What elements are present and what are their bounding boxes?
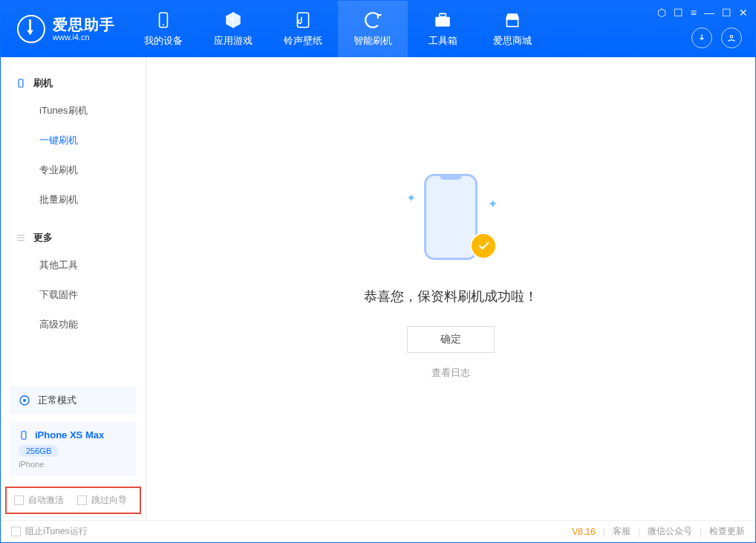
nav-label: 工具箱 xyxy=(428,34,457,48)
refresh-icon xyxy=(363,10,382,30)
sidebar-group-flash: 刷机 xyxy=(1,71,146,96)
checkbox-auto-activate[interactable]: 自动激活 xyxy=(14,494,64,507)
group-title: 刷机 xyxy=(33,77,53,90)
header: 爱思助手 www.i4.cn 我的设备 应用游戏 铃声壁纸 智能刷机 工具箱 爱… xyxy=(1,1,755,57)
nav-tab-toolbox[interactable]: 工具箱 xyxy=(408,1,478,57)
minimize-icon[interactable]: — xyxy=(704,7,714,19)
sidebar-item-onekey[interactable]: 一键刷机 xyxy=(1,126,146,155)
device-type: iPhone xyxy=(19,460,128,469)
svg-rect-3 xyxy=(435,17,450,27)
nav-label: 铃声壁纸 xyxy=(284,34,322,48)
download-button[interactable] xyxy=(691,27,712,48)
user-button[interactable] xyxy=(721,27,742,48)
nav-tab-store[interactable]: 爱思商城 xyxy=(478,1,547,57)
svg-point-9 xyxy=(23,399,26,402)
shirt-icon[interactable]: ⬡ xyxy=(657,7,666,19)
app-url: www.i4.cn xyxy=(53,33,115,42)
ok-button[interactable]: 确定 xyxy=(407,326,495,353)
checkbox-skip-guide[interactable]: 跳过向导 xyxy=(77,494,127,507)
highlight-box: 自动激活 跳过向导 xyxy=(5,487,141,514)
menu-icon[interactable]: ≡ xyxy=(691,7,697,19)
sidebar-group-more: 更多 xyxy=(1,225,146,250)
logo: 爱思助手 www.i4.cn xyxy=(1,15,128,43)
sidebar-item-itunes[interactable]: iTunes刷机 xyxy=(1,96,146,126)
sidebar-item-batch[interactable]: 批量刷机 xyxy=(1,185,146,215)
window-controls: ⬡ ☐ ≡ — ☐ ✕ xyxy=(657,7,748,19)
checkbox-icon xyxy=(14,495,24,505)
lock-icon[interactable]: ☐ xyxy=(674,7,683,19)
maximize-icon[interactable]: ☐ xyxy=(722,7,731,19)
device-name: iPhone XS Max xyxy=(19,429,128,440)
group-title: 更多 xyxy=(33,231,53,244)
footer: 阻止iTunes运行 V8.16 | 客服 | 微信公众号 | 检查更新 xyxy=(1,520,755,542)
svg-rect-7 xyxy=(19,79,23,88)
nav-label: 智能刷机 xyxy=(353,34,392,48)
phone-small-icon xyxy=(19,430,29,440)
svg-point-1 xyxy=(163,24,164,25)
nav-tabs: 我的设备 应用游戏 铃声壁纸 智能刷机 工具箱 爱思商城 xyxy=(128,1,547,57)
svg-rect-10 xyxy=(22,431,26,439)
version-text: V8.16 xyxy=(572,527,595,537)
nav-label: 爱思商城 xyxy=(493,34,532,48)
view-log-link[interactable]: 查看日志 xyxy=(431,366,470,380)
checkbox-icon xyxy=(11,527,21,536)
nav-tab-apps[interactable]: 应用游戏 xyxy=(198,1,268,57)
app-title: 爱思助手 xyxy=(53,16,115,33)
header-right xyxy=(691,27,742,48)
nav-label: 应用游戏 xyxy=(214,34,252,48)
nav-tab-ringtones[interactable]: 铃声壁纸 xyxy=(268,1,338,57)
sidebar-item-pro[interactable]: 专业刷机 xyxy=(1,155,146,185)
device-info[interactable]: iPhone XS Max 256GB iPhone xyxy=(10,422,137,476)
status-icon xyxy=(19,394,30,406)
sparkle-icon: ✦ xyxy=(406,191,414,198)
logo-icon xyxy=(17,15,45,43)
sparkle-icon: ✦ xyxy=(488,197,495,204)
sidebar-item-advanced[interactable]: 高级功能 xyxy=(1,310,146,339)
svg-rect-4 xyxy=(440,13,446,16)
svg-rect-5 xyxy=(506,19,518,27)
check-badge-icon xyxy=(470,233,497,259)
music-icon xyxy=(293,10,313,30)
status-text: 正常模式 xyxy=(38,394,76,407)
store-icon xyxy=(503,10,522,30)
nav-tab-device[interactable]: 我的设备 xyxy=(128,1,198,57)
sidebar-item-tools[interactable]: 其他工具 xyxy=(1,250,146,280)
cube-icon xyxy=(224,10,243,30)
success-text: 恭喜您，保资料刷机成功啦！ xyxy=(364,287,538,305)
phone-illustration: ✦ ✦ xyxy=(399,169,503,265)
support-link[interactable]: 客服 xyxy=(613,525,630,538)
sidebar-item-firmware[interactable]: 下载固件 xyxy=(1,280,146,310)
close-icon[interactable]: ✕ xyxy=(739,7,748,19)
checkbox-block-itunes[interactable]: 阻止iTunes运行 xyxy=(11,525,88,538)
svg-point-6 xyxy=(730,36,733,39)
device-capacity: 256GB xyxy=(19,445,59,457)
main-content: ✦ ✦ 恭喜您，保资料刷机成功啦！ 确定 查看日志 xyxy=(146,57,755,520)
list-icon xyxy=(16,233,26,243)
nav-tab-flash[interactable]: 智能刷机 xyxy=(338,1,408,57)
phone-icon xyxy=(154,10,173,30)
device-status[interactable]: 正常模式 xyxy=(10,386,137,414)
toolbox-icon xyxy=(433,10,452,30)
body: 刷机 iTunes刷机 一键刷机 专业刷机 批量刷机 更多 其他工具 下载固件 … xyxy=(1,57,755,520)
checkbox-icon xyxy=(77,495,87,505)
sidebar: 刷机 iTunes刷机 一键刷机 专业刷机 批量刷机 更多 其他工具 下载固件 … xyxy=(1,57,146,520)
nav-label: 我的设备 xyxy=(144,34,183,48)
device-small-icon xyxy=(16,78,26,88)
update-link[interactable]: 检查更新 xyxy=(709,525,745,538)
wechat-link[interactable]: 微信公众号 xyxy=(648,525,692,538)
